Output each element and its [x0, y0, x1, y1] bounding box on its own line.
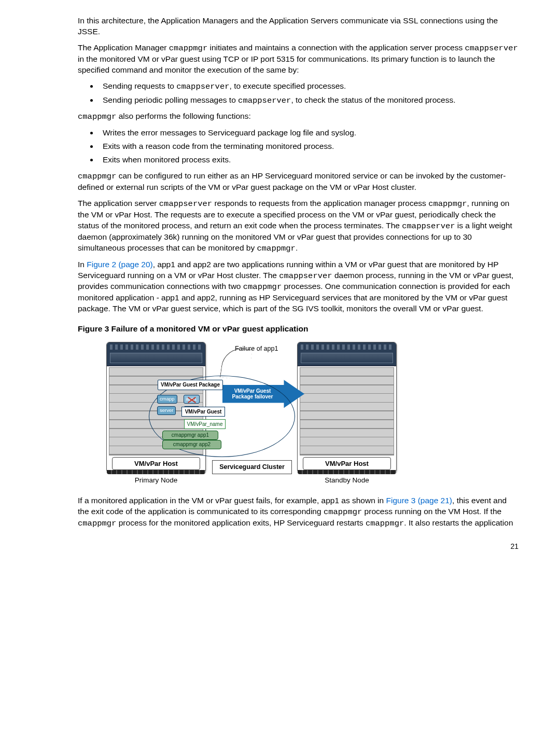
code-cmappmgr: cmappmgr — [366, 519, 404, 528]
text: Writes the error messages to Serviceguar… — [103, 128, 356, 137]
text: In this architecture, the Application Ma… — [78, 16, 498, 36]
bullet-list: Writes the error messages to Serviceguar… — [78, 128, 519, 165]
guest-package-label: VM/vPar Guest Package — [158, 380, 223, 390]
standby-server: VM/vPar Host — [297, 342, 397, 473]
text: The application server — [78, 199, 159, 208]
code-cmappmgr: cmappmgr — [324, 507, 362, 517]
text: also performs the following functions: — [116, 112, 250, 120]
host-label: VM/vPar Host — [303, 457, 391, 471]
code-cmappmgr: cmappmgr — [78, 519, 116, 528]
paragraph: cmappmgr also performs the following fun… — [78, 111, 519, 122]
server-box: server — [157, 406, 176, 415]
code-cmappmgr: cmappmgr — [243, 282, 282, 292]
cmappmgr-app1-label: cmappmgr app1 — [162, 431, 218, 440]
code-cmappserver: cmappserver — [279, 271, 332, 281]
link-figure-3[interactable]: Figure 3 (page 21) — [386, 496, 452, 505]
text: initiates and maintains a connection wit… — [207, 43, 465, 52]
text: in the monitored VM or vPar guest using … — [78, 54, 495, 74]
text: responds to requests from the applicatio… — [212, 199, 428, 208]
text: . It also restarts the application — [404, 518, 513, 527]
failure-pointer — [220, 346, 253, 381]
text: If a monitored application in the VM or … — [78, 496, 386, 505]
paragraph: In Figure 2 (page 20), app1 and app2 are… — [78, 259, 519, 315]
paragraph: If a monitored application in the VM or … — [78, 495, 519, 529]
text: In — [78, 260, 87, 269]
standby-caption: Standby Node — [297, 476, 397, 485]
text: . — [296, 243, 298, 252]
text: The Application Manager — [78, 43, 169, 52]
page-number: 21 — [78, 542, 519, 551]
code-cmappmgr: cmappmgr — [257, 244, 296, 253]
primary-caption: Primary Node — [106, 476, 206, 485]
paragraph: cmappmgr can be configured to run either… — [78, 171, 519, 193]
code-cmappmgr: cmappmgr — [78, 112, 116, 121]
cmapp-box: cmapp — [157, 395, 177, 404]
figure-title: Figure 3 Failure of a monitored VM or vP… — [78, 324, 519, 335]
code-cmappserver: cmappserver — [176, 82, 229, 91]
text: Exits when monitored process exits. — [103, 155, 231, 164]
link-figure-2[interactable]: Figure 2 (page 20) — [87, 260, 153, 269]
code-cmappserver: cmappserver — [402, 222, 455, 231]
list-item: Exits when monitored process exits. — [99, 155, 519, 165]
text: Sending requests to — [103, 81, 176, 90]
cmappmgr-app2-label: cmappmgr app2 — [162, 440, 221, 449]
list-item: Exits with a reason code from the termin… — [99, 141, 519, 152]
code-cmappserver: cmappserver — [238, 96, 291, 105]
paragraph: In this architecture, the Application Ma… — [78, 16, 519, 37]
paragraph: The Application Manager cmappmgr initiat… — [78, 43, 519, 76]
failover-arrow-text: VM/vPar Guest Package failover — [227, 388, 278, 399]
list-item: Sending requests to cmappserver, to exec… — [99, 81, 519, 92]
vpar-name-label: VM/vPar_name — [184, 419, 226, 429]
code-cmappserver: cmappserver — [159, 199, 212, 209]
serviceguard-cluster-label: Serviceguard Cluster — [212, 460, 292, 474]
text: , to execute specified processes. — [230, 81, 346, 90]
text: Exits with a reason code from the termin… — [103, 142, 334, 150]
code-cmappmgr: cmappmgr — [428, 199, 467, 209]
text: process for the monitored application ex… — [116, 518, 365, 527]
guest-label: VM/vPar Guest — [181, 407, 225, 417]
host-label: VM/vPar Host — [112, 457, 200, 471]
failover-arrow: VM/vPar Guest Package failover — [222, 380, 304, 408]
figure-3: VM/vPar Host Primary Node Failure of app… — [106, 342, 397, 485]
text: can be configured to run either as an HP… — [78, 171, 506, 191]
text: Sending periodic polling messages to — [103, 95, 238, 104]
list-item: Sending periodic polling messages to cma… — [99, 95, 519, 106]
list-item: Writes the error messages to Serviceguar… — [99, 128, 519, 139]
code-cmappmgr: cmappmgr — [169, 44, 207, 53]
code-cmappmgr: cmappmgr — [78, 172, 116, 181]
app1-failure-icon — [187, 396, 197, 404]
text: process running on the VM Host. If the — [362, 507, 501, 516]
code-cmappserver: cmappserver — [465, 44, 517, 53]
paragraph: The application server cmappserver respo… — [78, 198, 519, 254]
bullet-list: Sending requests to cmappserver, to exec… — [78, 81, 519, 106]
text: , to check the status of the monitored p… — [291, 95, 455, 104]
